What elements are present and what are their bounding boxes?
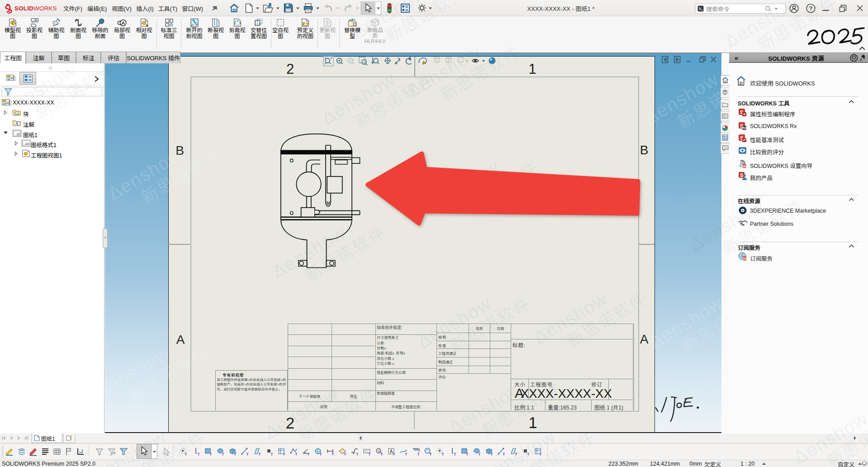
svg-text:A: A — [15, 122, 19, 126]
svg-text:N: N — [378, 449, 380, 453]
svg-text:A: A — [390, 449, 393, 454]
svg-text:A: A — [121, 20, 125, 26]
svg-text:SOLIDWORKS: SOLIDWORKS — [14, 5, 57, 12]
svg-text:S: S — [740, 173, 743, 178]
svg-text:Rx: Rx — [742, 126, 747, 130]
svg-text:SW: SW — [742, 165, 747, 168]
svg-text:SW: SW — [742, 257, 747, 260]
svg-text:?: ? — [809, 5, 813, 12]
